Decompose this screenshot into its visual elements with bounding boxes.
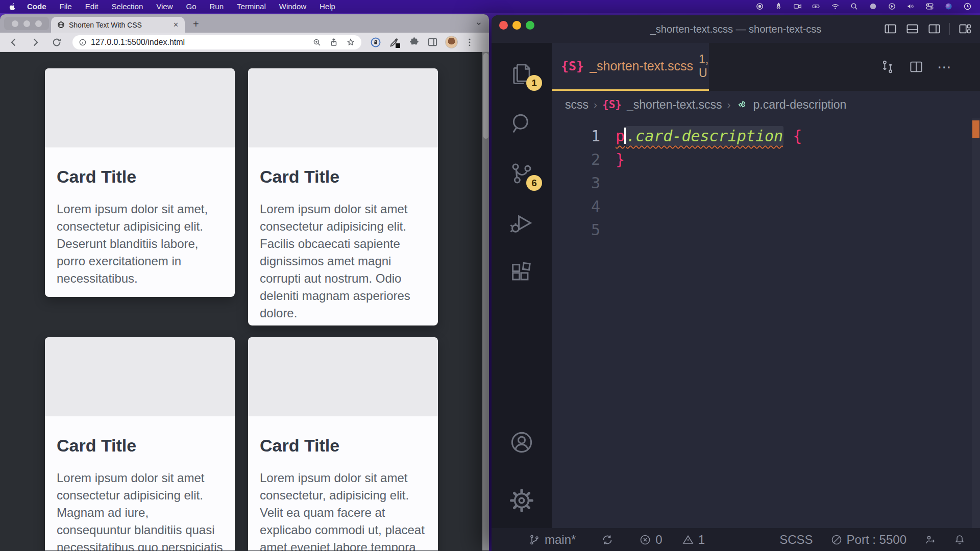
live-server-port-item[interactable]: Port : 5500 [830, 533, 906, 547]
rocket-icon[interactable] [774, 2, 783, 11]
settings-gear-icon[interactable] [508, 487, 535, 514]
source-control-icon[interactable]: 6 [508, 160, 535, 187]
share-icon[interactable] [329, 38, 338, 47]
extensions-icon[interactable] [508, 260, 535, 287]
menu-item-window[interactable]: Window [273, 2, 313, 11]
warning-count: 1 [698, 533, 705, 547]
play-circle-icon[interactable] [888, 2, 896, 11]
browser-menu-icon[interactable] [464, 37, 475, 47]
password-manager-extension-icon[interactable] [370, 36, 382, 48]
address-bar[interactable]: 127.0.0.1:5500/index.html [72, 35, 361, 49]
control-center-icon[interactable] [925, 2, 934, 11]
browser-tab-strip: Shorten Text With CSS ✕ + [0, 14, 489, 33]
screen-recording-icon[interactable] [793, 2, 802, 11]
menu-item-terminal[interactable]: Terminal [230, 2, 273, 11]
do-not-disturb-icon[interactable] [869, 2, 877, 11]
zoom-window-button[interactable] [526, 21, 534, 30]
browser-tab[interactable]: Shorten Text With CSS ✕ [51, 17, 185, 33]
new-tab-button[interactable]: + [193, 17, 199, 31]
status-bar: main* 0 1 SCSS Port : 5500 [492, 528, 980, 551]
url-text: 127.0.0.1:5500/index.html [91, 38, 185, 47]
scrollbar-thumb[interactable] [483, 53, 488, 139]
code-line-5[interactable] [616, 218, 980, 242]
card-title: Card Title [260, 436, 426, 456]
volume-icon[interactable] [906, 2, 915, 11]
desktop: { "menu_bar": { "items": ["Code", "File"… [0, 0, 980, 551]
bookmark-star-icon[interactable] [346, 38, 355, 47]
vscode-window: _shorten-text.scss — shorten-text-css 1 … [492, 15, 980, 551]
code-editor[interactable]: 1 2 3 4 5 p.card-description { } [552, 118, 980, 528]
card-image-placeholder [248, 68, 438, 147]
forward-button[interactable] [30, 37, 41, 48]
accounts-icon[interactable] [508, 429, 535, 456]
errors-icon [639, 534, 651, 546]
breadcrumb-file[interactable]: _shorten-text.scss [627, 98, 722, 112]
page-scrollbar[interactable] [482, 52, 489, 550]
customize-layout-icon[interactable] [958, 22, 972, 36]
site-info-icon[interactable] [79, 38, 87, 46]
menu-item-code[interactable]: Code [20, 2, 53, 11]
back-button[interactable] [8, 37, 19, 48]
close-window-button[interactable] [12, 20, 18, 27]
explorer-icon[interactable]: 1 [508, 60, 535, 87]
editor-tab[interactable]: {S} _shorten-text.scss 1, U [552, 43, 709, 91]
apple-menu-icon[interactable] [8, 3, 16, 11]
card-description: Lorem ipsum dolor sit amet consectetur a… [57, 469, 223, 550]
search-icon[interactable] [508, 110, 535, 137]
card-description: Lorem ipsum dolor sit amet consectetur, … [260, 469, 426, 550]
overview-ruler-warning-marker [972, 120, 979, 138]
menu-item-run[interactable]: Run [203, 2, 231, 11]
minimize-window-button[interactable] [512, 21, 521, 30]
menu-item-go[interactable]: Go [180, 2, 203, 11]
editor-scrollbar[interactable] [972, 118, 980, 528]
breadcrumb-symbol[interactable]: p.card-description [753, 98, 847, 112]
menu-item-edit[interactable]: Edit [79, 2, 105, 11]
sync-changes-item[interactable] [601, 534, 614, 546]
code-line-3[interactable] [616, 171, 980, 195]
menu-item-help[interactable]: Help [313, 2, 342, 11]
zoom-page-icon[interactable] [312, 38, 322, 47]
profile-avatar[interactable] [445, 36, 458, 48]
split-editor-icon[interactable] [909, 59, 924, 74]
code-line-1[interactable]: p.card-description { [616, 124, 980, 148]
toggle-secondary-sidebar-icon[interactable] [927, 22, 941, 36]
port-label: Port : 5500 [847, 533, 906, 547]
toggle-primary-sidebar-icon[interactable] [884, 22, 897, 36]
close-window-button[interactable] [499, 21, 508, 30]
reload-button[interactable] [51, 37, 62, 48]
extensions-puzzle-icon[interactable] [408, 36, 420, 48]
code-line-2[interactable]: } [616, 148, 980, 171]
run-and-debug-icon[interactable] [508, 210, 535, 237]
battery-icon[interactable] [812, 2, 821, 11]
card: Card Title Lorem ipsum dolor sit amet, c… [45, 68, 235, 297]
side-panel-icon[interactable] [427, 36, 438, 48]
menu-item-view[interactable]: View [150, 2, 179, 11]
open-changes-icon[interactable] [880, 59, 895, 74]
breadcrumb-folder[interactable]: scss [565, 98, 589, 112]
notifications-bell-icon[interactable] [953, 534, 966, 546]
zoom-window-button[interactable] [35, 20, 42, 27]
eyedropper-extension-icon[interactable] [388, 36, 402, 49]
tab-search-chevron-icon[interactable] [475, 19, 483, 28]
minimize-window-button[interactable] [23, 20, 30, 27]
menu-item-file[interactable]: File [53, 2, 79, 11]
window-title: _shorten-text.scss — shorten-text-css [650, 23, 822, 35]
tab-filename: _shorten-text.scss [590, 59, 693, 73]
git-branch-item[interactable]: main* [528, 533, 576, 547]
card-title: Card Title [260, 167, 426, 187]
close-tab-icon[interactable]: ✕ [173, 21, 179, 29]
siri-icon[interactable] [944, 2, 953, 11]
record-indicator-icon[interactable] [755, 2, 764, 11]
menu-item-selection[interactable]: Selection [105, 2, 150, 11]
code-line-4[interactable] [616, 195, 980, 218]
language-mode[interactable]: SCSS [779, 533, 813, 547]
feedback-icon[interactable] [924, 534, 936, 546]
spotlight-search-icon[interactable] [850, 2, 859, 11]
problems-item[interactable]: 0 1 [639, 533, 705, 547]
card-image-placeholder [45, 68, 235, 147]
wifi-icon[interactable] [831, 2, 840, 11]
explorer-badge: 1 [526, 75, 542, 91]
more-actions-icon[interactable]: ⋯ [937, 59, 952, 76]
toggle-panel-icon[interactable] [905, 22, 919, 36]
clock-icon[interactable] [963, 2, 972, 11]
